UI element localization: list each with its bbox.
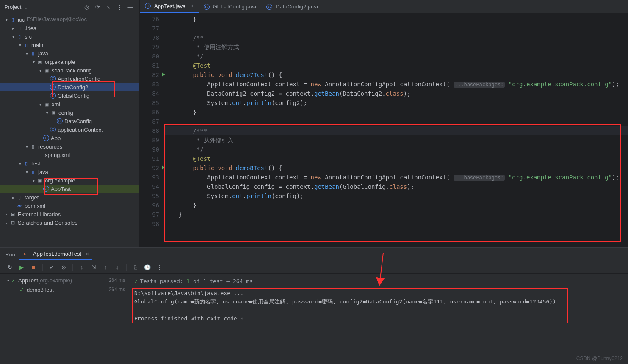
tree-node[interactable]: CApplicationConfig (0, 74, 139, 83)
collapse-icon[interactable]: ⤡ (104, 2, 113, 11)
export-icon[interactable]: ⎘ (131, 263, 140, 272)
editor-tabs: CAppTest.java×CGlobalConfig.javaCDataCon… (140, 0, 628, 14)
run-label: Run (5, 251, 15, 258)
tree-node[interactable]: ▾▯java (0, 168, 139, 176)
stop-icon[interactable]: ■ (29, 263, 38, 272)
hide-icon[interactable]: — (126, 2, 135, 11)
tree-node[interactable]: mpom.xml (0, 201, 139, 210)
rerun-failed-icon[interactable]: ▶ (17, 263, 26, 272)
tree-node[interactable]: ▸▯target (0, 193, 139, 201)
expand-icon[interactable]: ↕ (77, 263, 86, 272)
tests-count: 1 (186, 278, 190, 284)
next-icon[interactable]: ↓ (113, 263, 122, 272)
test-icon: ▸ (22, 251, 29, 257)
run-tab[interactable]: ▸ AppTest.demo8Test × (19, 249, 92, 260)
editor-tab[interactable]: CGlobalConfig.java (199, 0, 262, 13)
more-icon[interactable]: ⋮ (115, 2, 124, 11)
tree-node[interactable]: ▾▯iocF:\File\Java\aop和ioc\ioc (0, 15, 139, 24)
test-row[interactable]: ▾✓AppTest (org.example)264 ms (0, 276, 129, 285)
code-editor[interactable]: 7677787980818283848586878889909192939495… (140, 14, 628, 247)
run-toolbar: ↻ ▶ ■ ✓ ⊘ ↕ ⇲ ↑ ↓ ⎘ 🕓 ⋮ (0, 261, 628, 274)
console-line: Process finished with exit code 0 (134, 314, 623, 323)
chevron-down-icon: ⌄ (24, 4, 28, 10)
tree-node[interactable]: ▾▯java (0, 49, 139, 58)
tree-node[interactable]: CApp (0, 134, 139, 142)
console-line: D:\software\Java\bin\java.exe ... (134, 289, 623, 298)
tree-node[interactable]: ▾▣config (0, 108, 139, 117)
class-icon: C (204, 4, 210, 10)
tree-node[interactable]: ▾▯main (0, 41, 139, 49)
editor-tab[interactable]: CDataConfig2.java (261, 0, 323, 13)
project-title[interactable]: Project (4, 4, 21, 10)
refresh-icon[interactable]: ⟳ (93, 2, 102, 11)
tree-node[interactable]: CAppTest (0, 185, 139, 193)
close-icon[interactable]: × (86, 251, 89, 257)
tree-node[interactable]: ▾▣org.example (0, 58, 139, 66)
tree-node[interactable]: ▾▣xml (0, 100, 139, 108)
run-panel: Run ▸ AppTest.demo8Test × ↻ ▶ ■ ✓ ⊘ ↕ ⇲ … (0, 247, 628, 364)
tree-node[interactable]: spring.xml (0, 151, 139, 159)
tree-node[interactable]: ▾▯resources (0, 142, 139, 151)
target-icon[interactable]: ◎ (82, 2, 91, 11)
tree-node[interactable]: ▾▣scanPack.config (0, 66, 139, 74)
editor-tab[interactable]: CAppTest.java× (140, 0, 199, 13)
console-output[interactable]: ✓Tests passed: 1 of 1 test – 264 ms D:\s… (129, 274, 628, 364)
tree-node[interactable]: ▸▯.idea (0, 24, 139, 32)
class-icon: C (145, 3, 151, 9)
tree-node[interactable]: CGlobalConfig (0, 91, 139, 100)
show-passed-icon[interactable]: ✓ (47, 263, 56, 272)
tree-node[interactable]: CDataConfig2 (0, 83, 139, 91)
tree-node[interactable]: ▸⊞Scratches and Consoles (0, 218, 139, 227)
history-icon[interactable]: 🕓 (143, 263, 152, 272)
tree-node[interactable]: CapplicationContext (0, 125, 139, 134)
tests-suffix: of 1 test – 264 ms (193, 278, 253, 284)
project-sidebar: Project ⌄ ◎ ⟳ ⤡ ⋮ — ▾▯iocF:\File\Java\ao… (0, 0, 140, 247)
watermark: CSDN @Bunny0212 (576, 356, 623, 361)
test-tree[interactable]: ▾✓AppTest (org.example)264 ms ✓demo8Test… (0, 274, 129, 364)
collapse-all-icon[interactable]: ⇲ (89, 263, 98, 272)
console-line: GlobalConfig(name=新的名字, username=使用全局注解,… (134, 298, 623, 306)
tree-node[interactable]: CDataConfig (0, 117, 139, 125)
console-line (134, 306, 623, 314)
prev-icon[interactable]: ↑ (101, 263, 110, 272)
tree-node[interactable]: ▾▣org.example (0, 176, 139, 185)
tree-node[interactable]: ▾▯test (0, 159, 139, 168)
close-icon[interactable]: × (190, 3, 193, 9)
tests-passed-label: Tests passed: (140, 278, 183, 284)
project-tree[interactable]: ▾▯iocF:\File\Java\aop和ioc\ioc▸▯.idea▾▯sr… (0, 14, 139, 247)
run-tab-label: AppTest.demo8Test (33, 251, 81, 257)
rerun-icon[interactable]: ↻ (5, 263, 14, 272)
settings-icon[interactable]: ⋮ (155, 263, 164, 272)
tree-node[interactable]: ▸⊞External Libraries (0, 210, 139, 218)
test-row[interactable]: ✓demo8Test 264 ms (0, 285, 129, 294)
class-icon: C (266, 4, 272, 10)
editor-area: CAppTest.java×CGlobalConfig.javaCDataCon… (140, 0, 628, 247)
show-ignored-icon[interactable]: ⊘ (59, 263, 68, 272)
tree-node[interactable]: ▾▯src (0, 32, 139, 41)
